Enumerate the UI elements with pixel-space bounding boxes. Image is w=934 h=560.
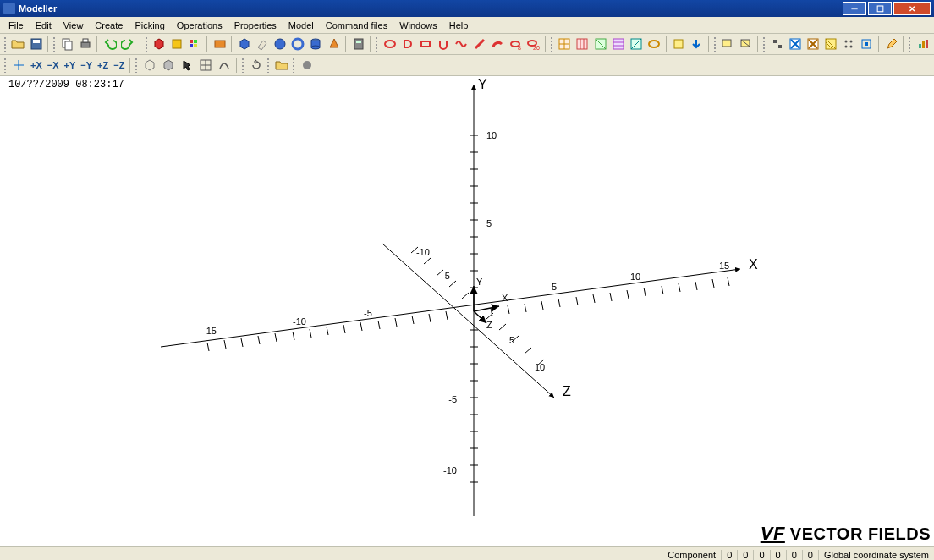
svg-line-76 (207, 343, 209, 351)
toolbar-grip[interactable] (292, 58, 295, 73)
svg-rect-29 (577, 39, 587, 49)
layer1-button[interactable] (720, 36, 736, 52)
arrow-down-button[interactable] (689, 36, 705, 52)
pick4-button[interactable] (822, 36, 838, 52)
view-px-button[interactable]: +X (29, 60, 44, 70)
wave-red-icon (454, 37, 468, 51)
pick2-button[interactable] (787, 36, 803, 52)
redo-button[interactable] (119, 36, 135, 52)
menu-operations[interactable]: Operations (172, 19, 228, 32)
menu-file[interactable]: File (3, 19, 29, 32)
box-hilite-button[interactable] (671, 36, 687, 52)
rotate-button[interactable] (248, 57, 265, 74)
maximize-button[interactable]: ☐ (868, 2, 892, 15)
mesh3-button[interactable] (592, 36, 608, 52)
coil-rect-button[interactable] (417, 36, 433, 52)
svg-text:8: 8 (518, 45, 521, 51)
mesh-ring-button[interactable] (646, 36, 662, 52)
box-tool-button[interactable] (236, 36, 252, 52)
mesh4-button[interactable] (610, 36, 626, 52)
coil-8-button[interactable]: 8 (507, 36, 523, 52)
toolbar-grip[interactable] (762, 36, 766, 52)
calculator-icon (352, 37, 365, 51)
toolbar-grip[interactable] (241, 58, 244, 73)
menu-view[interactable]: View (58, 19, 89, 32)
viewport[interactable]: 10/??/2009 08:23:17 (0, 76, 934, 546)
pick3-button[interactable] (805, 36, 821, 52)
copy-button[interactable] (59, 36, 75, 52)
menu-model[interactable]: Model (283, 19, 319, 32)
grid1-icon (558, 37, 571, 51)
block-red-button[interactable] (151, 36, 167, 52)
toolbar-grip[interactable] (135, 58, 138, 73)
arrow-tool-button[interactable] (179, 57, 195, 74)
view-nx-button[interactable]: −X (46, 60, 61, 70)
chart-button[interactable] (915, 36, 931, 52)
menu-create[interactable]: Create (90, 19, 128, 32)
toolbar-grip[interactable] (908, 36, 911, 52)
view-nz-button[interactable]: −Z (112, 60, 126, 70)
iso1-button[interactable] (141, 57, 158, 74)
mesh1-button[interactable] (557, 36, 573, 52)
coil-ring-button[interactable] (382, 36, 398, 52)
view-pz-button[interactable]: +Z (96, 60, 110, 70)
toolbar-grip[interactable] (3, 36, 7, 52)
coil-line-button[interactable] (471, 36, 487, 52)
layer2-button[interactable] (738, 36, 754, 52)
cylinder-tool-button[interactable] (308, 36, 324, 52)
undo-button[interactable] (102, 36, 118, 52)
menu-help[interactable]: Help (444, 19, 474, 32)
ring20-red-icon: 20 (526, 37, 540, 51)
svg-point-69 (303, 61, 311, 69)
palette-button[interactable] (187, 36, 203, 52)
toolbar-grip[interactable] (713, 36, 717, 52)
rect-tool-button[interactable] (212, 36, 228, 52)
pick5-button[interactable] (841, 36, 857, 52)
edit-tool-button[interactable] (883, 36, 899, 52)
folder2-button[interactable] (273, 57, 290, 74)
cone-tool-button[interactable] (326, 36, 342, 52)
view-py-button[interactable]: +Y (63, 60, 78, 70)
coil-arc-button[interactable] (489, 36, 505, 52)
close-button[interactable]: ✕ (893, 2, 931, 15)
svg-rect-34 (613, 39, 624, 49)
mesh-view-button[interactable] (197, 57, 214, 74)
menu-command-files[interactable]: Command files (321, 19, 393, 32)
pyramid-tool-button[interactable] (254, 36, 270, 52)
mesh2-button[interactable] (574, 36, 591, 52)
toolbar-grip[interactable] (52, 36, 56, 52)
calc-button[interactable] (350, 36, 366, 52)
open-button[interactable] (10, 36, 26, 52)
torus-tool-button[interactable] (290, 36, 306, 52)
toolbar-grip[interactable] (550, 36, 553, 52)
coil-squiggle-button[interactable] (453, 36, 470, 52)
tick-x-p5: 5 (552, 282, 557, 292)
gizmo-x-label: X (502, 293, 508, 303)
pick1-button[interactable] (769, 36, 785, 52)
sphere-tool-button[interactable] (272, 36, 288, 52)
toolbar-grip[interactable] (145, 36, 148, 52)
axis-toggle-button[interactable] (10, 57, 27, 74)
iso2-button[interactable] (160, 57, 177, 74)
coil-u-button[interactable] (436, 36, 452, 52)
svg-point-58 (850, 46, 853, 48)
print-button[interactable] (77, 36, 93, 52)
view-ny-button[interactable]: −Y (79, 60, 94, 70)
record-button[interactable] (299, 57, 316, 74)
minimize-button[interactable]: ─ (843, 2, 866, 15)
toolbar-grip[interactable] (266, 58, 270, 73)
mesh5-button[interactable] (628, 36, 644, 52)
menu-properties[interactable]: Properties (229, 19, 282, 32)
block-yellow-button[interactable] (169, 36, 185, 52)
toolbar-grip[interactable] (3, 58, 7, 73)
curve-tool-button[interactable] (216, 57, 233, 74)
coil-20-button[interactable]: 20 (525, 36, 541, 52)
menu-picking[interactable]: Picking (129, 19, 169, 32)
coil-d-button[interactable] (399, 36, 415, 52)
menu-edit[interactable]: Edit (30, 19, 57, 32)
menu-windows[interactable]: Windows (394, 19, 442, 32)
svg-rect-9 (190, 44, 193, 47)
toolbar-grip[interactable] (375, 36, 378, 52)
save-button[interactable] (28, 36, 44, 52)
pick6-button[interactable] (859, 36, 875, 52)
